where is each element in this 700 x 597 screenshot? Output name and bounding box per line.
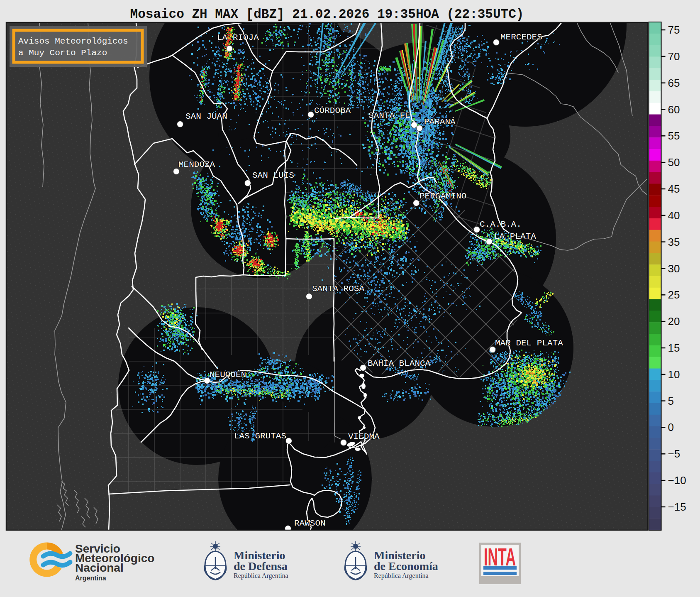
svg-text:de Defensa: de Defensa [234, 560, 288, 573]
svg-text:República Argentina: República Argentina [234, 572, 288, 580]
svg-text:70: 70 [668, 50, 680, 63]
svg-text:VIEDMA: VIEDMA [348, 432, 380, 441]
svg-text:75: 75 [668, 24, 680, 36]
svg-text:35: 35 [668, 236, 680, 248]
svg-text:PARANÁ: PARANÁ [424, 117, 456, 127]
svg-text:55: 55 [668, 130, 680, 142]
svg-text:C.A.B.A.: C.A.B.A. [480, 220, 522, 229]
svg-text:Nacional: Nacional [75, 561, 124, 574]
svg-text:5: 5 [668, 395, 674, 407]
svg-text:NEUQUÉN: NEUQUÉN [210, 370, 246, 379]
svg-text:50: 50 [668, 156, 680, 169]
svg-text:60: 60 [668, 103, 680, 116]
svg-text:−5: −5 [668, 448, 680, 460]
svg-text:LAS GRUTAS: LAS GRUTAS [234, 431, 286, 441]
svg-text:SANTA ROSA: SANTA ROSA [312, 284, 364, 294]
svg-text:República Argentina: República Argentina [374, 572, 429, 580]
svg-text:SAN JUAN: SAN JUAN [185, 112, 227, 121]
svg-text:PERGAMINO: PERGAMINO [420, 191, 466, 201]
svg-text:15: 15 [668, 342, 680, 354]
svg-text:SANTA FE: SANTA FE [368, 111, 410, 120]
svg-text:−10: −10 [668, 474, 686, 487]
svg-text:45: 45 [668, 183, 680, 195]
svg-text:30: 30 [668, 262, 680, 275]
svg-text:Mosaico ZH MAX [dBZ] 21.02.202: Mosaico ZH MAX [dBZ] 21.02.2026 19:35HOA… [130, 7, 524, 22]
svg-text:0: 0 [668, 421, 674, 433]
svg-text:MENDOZA: MENDOZA [178, 160, 215, 169]
svg-text:40: 40 [668, 209, 680, 222]
svg-text:SAN LUIS: SAN LUIS [252, 171, 294, 180]
svg-text:20: 20 [668, 315, 680, 328]
svg-text:de Economía: de Economía [374, 560, 438, 573]
svg-text:MAR DEL PLATA: MAR DEL PLATA [495, 338, 563, 348]
svg-text:MERCEDES: MERCEDES [500, 32, 542, 42]
svg-text:−15: −15 [668, 501, 686, 513]
svg-text:65: 65 [668, 77, 680, 89]
svg-text:Argentina: Argentina [75, 575, 106, 582]
svg-text:10: 10 [668, 368, 680, 381]
svg-text:Avisos Meteorológicos: Avisos Meteorológicos [18, 37, 128, 46]
svg-text:BAHÍA BLANCA: BAHÍA BLANCA [368, 359, 431, 368]
svg-text:25: 25 [668, 289, 680, 301]
svg-text:a Muy Corto Plazo: a Muy Corto Plazo [18, 48, 107, 58]
svg-text:CÓRDOBA: CÓRDOBA [314, 106, 351, 115]
svg-text:LA RIOJA: LA RIOJA [217, 33, 259, 42]
svg-text:RAWSON: RAWSON [294, 519, 326, 528]
svg-text:LA PLATA: LA PLATA [494, 232, 536, 241]
